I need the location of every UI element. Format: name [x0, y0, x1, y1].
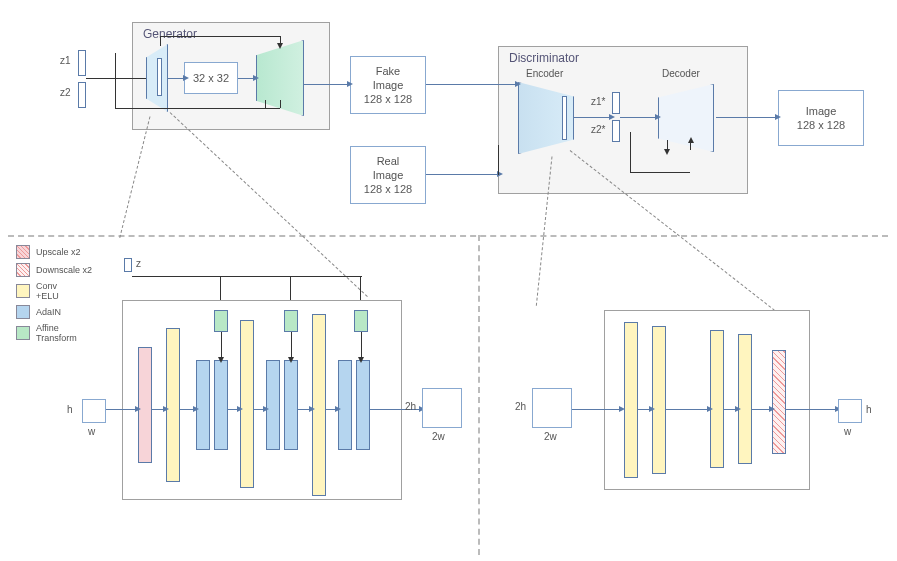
legend-affine-swatch — [16, 326, 30, 340]
legend-upscale-swatch — [16, 245, 30, 259]
legend-upscale: Upscale x2 — [16, 245, 92, 259]
eba0 — [572, 409, 620, 410]
real-image-text: Real Image 128 x 128 — [364, 154, 412, 197]
gba2 — [180, 409, 194, 410]
gb-2h-label: 2h — [405, 401, 416, 412]
legend-conv-label: Conv +ELU — [36, 281, 59, 301]
gba0 — [106, 409, 136, 410]
arrow-dec-out — [716, 117, 776, 118]
gb-adain2 — [266, 360, 280, 450]
gen-bot2 — [280, 100, 281, 108]
gb-2h2w-box — [422, 388, 462, 428]
arrow-trap-32 — [168, 78, 184, 79]
eb-downscale — [772, 350, 786, 454]
eba5 — [786, 409, 836, 410]
legend-adain-swatch — [16, 305, 30, 319]
legend-conv-swatch — [16, 284, 30, 298]
z2s-label: z2* — [591, 124, 605, 135]
encoder-label: Encoder — [526, 68, 563, 79]
conn-gen-left — [119, 116, 150, 238]
fake-image-text: Fake Image 128 x 128 — [364, 64, 412, 107]
gb-conv3 — [312, 314, 326, 496]
gba6 — [326, 409, 336, 410]
eb-2h-label: 2h — [515, 401, 526, 412]
gen-bot1 — [265, 100, 266, 108]
gb-2w-label: 2w — [432, 431, 445, 442]
dec-under-l — [630, 132, 631, 172]
line-z — [86, 78, 146, 79]
gen-32-text: 32 x 32 — [193, 71, 229, 85]
arrow-fake-disc — [426, 84, 516, 85]
output-image-box: Image 128 x 128 — [778, 90, 864, 146]
gb-h-label: h — [67, 404, 73, 415]
legend-downscale: Downscale x2 — [16, 263, 92, 277]
gb-adain2b — [284, 360, 298, 450]
gba1 — [152, 409, 164, 410]
gen-top-line-l — [160, 36, 161, 46]
gb-adain3 — [338, 360, 352, 450]
dec-under-r2 — [690, 142, 691, 150]
arrow-enc-z — [574, 117, 610, 118]
eb-in-box — [532, 388, 572, 428]
eb-conv4 — [738, 334, 752, 464]
dashed-divider-h — [8, 235, 888, 237]
gb-aff1 — [214, 310, 228, 332]
gb-hw-box — [82, 399, 106, 423]
eb-2w-label: 2w — [544, 431, 557, 442]
z1-bar — [78, 50, 86, 76]
gb-upscale-bar — [138, 347, 152, 463]
gen-inner-bar — [157, 58, 162, 96]
gb-conv2 — [240, 320, 254, 488]
gb-z-bar — [124, 258, 132, 272]
eba1 — [638, 409, 650, 410]
gb-adain1b — [214, 360, 228, 450]
gb-w-label: w — [88, 426, 95, 437]
arrow-real-disc-v — [498, 145, 499, 175]
conn-gen-right — [170, 112, 368, 297]
gb-adain3b — [356, 360, 370, 450]
gb-aff3-v — [361, 332, 362, 358]
gb-z-label: z — [136, 258, 141, 269]
gb-aff2 — [284, 310, 298, 332]
eb-h-label: h — [866, 404, 872, 415]
eb-w-label: w — [844, 426, 851, 437]
z2-bar — [78, 82, 86, 108]
line-z-up — [115, 53, 116, 108]
dec-under-r — [667, 140, 668, 150]
eb-conv3 — [710, 330, 724, 468]
z1s-label: z1* — [591, 96, 605, 107]
discriminator-label: Discriminator — [509, 51, 579, 65]
dashed-divider-v — [478, 235, 480, 555]
fake-image-box: Fake Image 128 x 128 — [350, 56, 426, 114]
dec-under — [630, 172, 690, 173]
z1s-bar — [612, 92, 620, 114]
z2-label: z2 — [60, 87, 71, 98]
legend-conv: Conv +ELU — [16, 281, 92, 301]
decoder-label: Decoder — [662, 68, 700, 79]
eb-conv1 — [624, 322, 638, 478]
gb-aff3 — [354, 310, 368, 332]
arrow-gen-fake — [304, 84, 348, 85]
gba5 — [298, 409, 310, 410]
arrow-z-dec — [620, 117, 656, 118]
legend-upscale-label: Upscale x2 — [36, 247, 81, 257]
eba2 — [666, 409, 708, 410]
legend-downscale-label: Downscale x2 — [36, 265, 92, 275]
gba3 — [228, 409, 238, 410]
legend-adain-label: AdaIN — [36, 307, 61, 317]
real-image-box: Real Image 128 x 128 — [350, 146, 426, 204]
legend-affine-label: Affine Transform — [36, 323, 77, 343]
gb-adain1 — [196, 360, 210, 450]
gba4 — [254, 409, 264, 410]
arrow-32-trap2 — [238, 78, 254, 79]
gb-conv1 — [166, 328, 180, 482]
gb-aff2-v — [291, 332, 292, 358]
z2s-bar — [612, 120, 620, 142]
eba4 — [752, 409, 770, 410]
encoder-inner-bar — [562, 96, 567, 140]
eb-conv2 — [652, 326, 666, 474]
gen-32-box: 32 x 32 — [184, 62, 238, 94]
legend-affine: Affine Transform — [16, 323, 92, 343]
gen-bot-line — [115, 108, 280, 109]
gb-z-line — [132, 276, 362, 277]
